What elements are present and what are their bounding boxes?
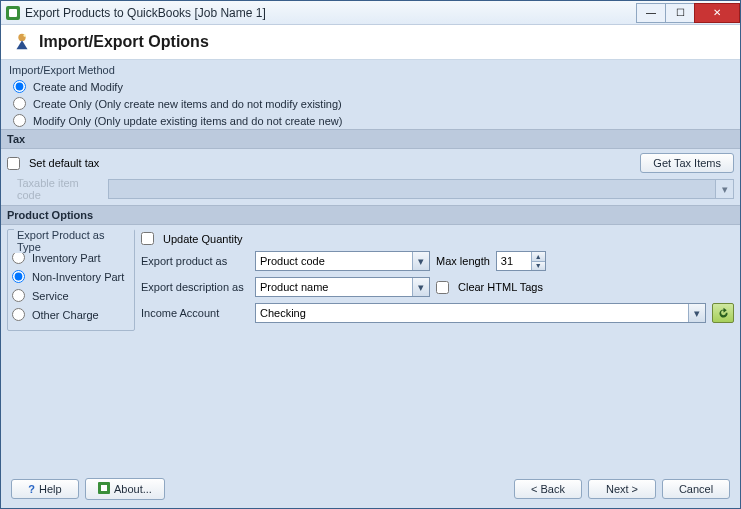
back-button[interactable]: < Back bbox=[514, 479, 582, 499]
page-header: Import/Export Options bbox=[1, 25, 740, 60]
type-service-label[interactable]: Service bbox=[32, 290, 69, 302]
product-options-section: Export Product as Type Inventory Part No… bbox=[1, 225, 740, 335]
chevron-down-icon[interactable]: ▾ bbox=[412, 278, 429, 296]
page-title: Import/Export Options bbox=[39, 33, 209, 51]
titlebar: Export Products to QuickBooks [Job Name … bbox=[1, 1, 740, 25]
wizard-icon bbox=[11, 31, 33, 53]
update-quantity-checkbox[interactable] bbox=[141, 232, 154, 245]
spin-up-icon[interactable]: ▲ bbox=[531, 252, 545, 262]
content-area: Import/Export Method Create and Modify C… bbox=[1, 60, 740, 470]
method-create-modify-label[interactable]: Create and Modify bbox=[33, 81, 123, 93]
export-description-as-combo[interactable]: ▾ bbox=[255, 277, 430, 297]
type-noninventory-label[interactable]: Non-Inventory Part bbox=[32, 271, 124, 283]
refresh-icon bbox=[717, 307, 730, 320]
window-title: Export Products to QuickBooks [Job Name … bbox=[25, 6, 637, 20]
cancel-button[interactable]: Cancel bbox=[662, 479, 730, 499]
max-length-spinner[interactable]: ▲ ▼ bbox=[496, 251, 546, 271]
chevron-down-icon: ▾ bbox=[715, 180, 733, 198]
export-product-as-input[interactable] bbox=[256, 252, 412, 270]
minimize-button[interactable]: — bbox=[636, 3, 666, 23]
maximize-button[interactable]: ☐ bbox=[665, 3, 695, 23]
tax-band: Tax bbox=[1, 129, 740, 149]
method-create-modify-radio[interactable] bbox=[13, 80, 26, 93]
income-account-refresh-button[interactable] bbox=[712, 303, 734, 323]
export-description-as-input[interactable] bbox=[256, 278, 412, 296]
method-modify-only-label[interactable]: Modify Only (Only update existing items … bbox=[33, 115, 342, 127]
app-icon bbox=[5, 5, 21, 21]
export-description-as-label: Export description as bbox=[141, 281, 249, 293]
about-button[interactable]: About... bbox=[85, 478, 165, 500]
clear-html-tags-checkbox[interactable] bbox=[436, 281, 449, 294]
svg-rect-5 bbox=[101, 485, 107, 491]
set-default-tax-checkbox[interactable] bbox=[7, 157, 20, 170]
clear-html-tags-label[interactable]: Clear HTML Tags bbox=[458, 281, 543, 293]
spin-down-icon[interactable]: ▼ bbox=[531, 262, 545, 271]
app-window: Export Products to QuickBooks [Job Name … bbox=[0, 0, 741, 509]
export-product-as-combo[interactable]: ▾ bbox=[255, 251, 430, 271]
export-product-as-label: Export product as bbox=[141, 255, 249, 267]
product-options-fields: Update Quantity Export product as ▾ Max … bbox=[141, 229, 734, 331]
income-account-label: Income Account bbox=[141, 307, 249, 319]
svg-point-3 bbox=[23, 34, 26, 37]
method-section-label: Import/Export Method bbox=[1, 60, 740, 78]
close-button[interactable]: ✕ bbox=[694, 3, 740, 23]
svg-rect-1 bbox=[9, 9, 17, 17]
tax-section: Set default tax Get Tax Items Taxable it… bbox=[1, 149, 740, 205]
get-tax-items-button[interactable]: Get Tax Items bbox=[640, 153, 734, 173]
taxable-item-code-label: Taxable item code bbox=[7, 177, 102, 201]
set-default-tax-label[interactable]: Set default tax bbox=[29, 157, 99, 169]
help-button[interactable]: ?Help bbox=[11, 479, 79, 499]
product-options-band: Product Options bbox=[1, 205, 740, 225]
income-account-input[interactable] bbox=[256, 304, 688, 322]
export-type-group: Export Product as Type Inventory Part No… bbox=[7, 229, 135, 331]
type-inventory-label[interactable]: Inventory Part bbox=[32, 252, 100, 264]
wizard-footer: ?Help About... < Back Next > Cancel bbox=[1, 470, 740, 508]
chevron-down-icon[interactable]: ▾ bbox=[412, 252, 429, 270]
max-length-input[interactable] bbox=[497, 252, 531, 270]
type-other-radio[interactable] bbox=[12, 308, 25, 321]
method-modify-only-radio[interactable] bbox=[13, 114, 26, 127]
income-account-combo[interactable]: ▾ bbox=[255, 303, 706, 323]
update-quantity-label[interactable]: Update Quantity bbox=[163, 233, 243, 245]
type-other-label[interactable]: Other Charge bbox=[32, 309, 99, 321]
chevron-down-icon[interactable]: ▾ bbox=[688, 304, 705, 322]
window-controls: — ☐ ✕ bbox=[637, 3, 740, 23]
max-length-label: Max length bbox=[436, 255, 490, 267]
type-service-radio[interactable] bbox=[12, 289, 25, 302]
taxable-item-code-combo: ▾ bbox=[108, 179, 734, 199]
type-noninventory-radio[interactable] bbox=[12, 270, 25, 283]
method-create-only-label[interactable]: Create Only (Only create new items and d… bbox=[33, 98, 342, 110]
about-icon bbox=[98, 482, 110, 496]
help-icon: ? bbox=[28, 483, 35, 495]
next-button[interactable]: Next > bbox=[588, 479, 656, 499]
method-create-only-radio[interactable] bbox=[13, 97, 26, 110]
export-type-legend: Export Product as Type bbox=[14, 229, 134, 253]
